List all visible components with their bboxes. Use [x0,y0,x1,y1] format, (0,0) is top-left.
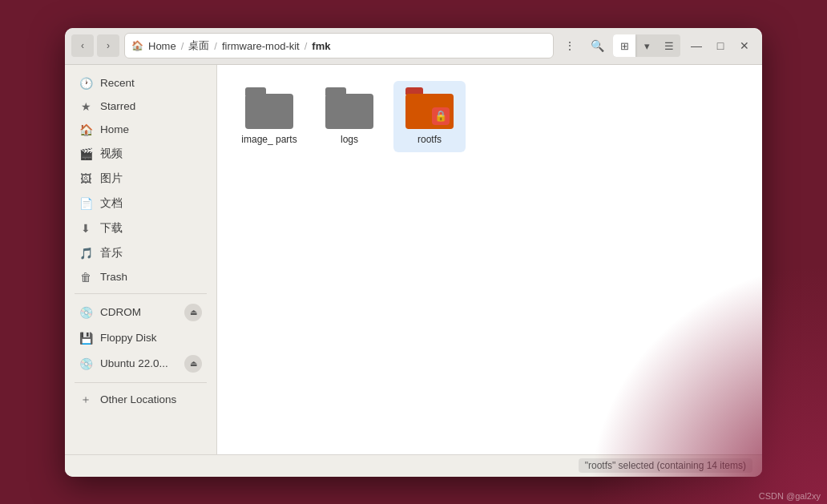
watermark: CSDN @gal2xy [759,491,821,501]
window-controls: — □ ✕ [685,34,756,57]
breadcrumb[interactable]: 🏠 Home / 桌面 / firmware-mod-kit / fmk [124,33,554,58]
sidebar-item-recent[interactable]: 🕐 Recent [70,72,212,95]
music-icon: 🎵 [79,247,92,260]
breadcrumb-part1[interactable]: 桌面 [188,38,209,53]
home-icon: 🏠 [131,40,143,51]
trash-icon: 🗑 [79,271,92,284]
sidebar-divider [75,293,207,294]
file-area: image_ parts logs 🔒 [217,65,762,454]
view-toggle: ⊞ ▾ ☰ [613,34,680,57]
sidebar-label-starred: Starred [100,100,202,112]
sidebar-label-recent: Recent [100,77,202,89]
cdrom-eject-button[interactable]: ⏏ [184,304,202,321]
more-options-button[interactable]: ⋮ [559,34,581,57]
sidebar-item-documents[interactable]: 📄 文档 [70,192,212,216]
sidebar-label-music: 音乐 [100,246,202,260]
breadcrumb-sep1: / [181,40,184,52]
search-button[interactable]: 🔍 [586,34,608,57]
file-item-rootfs[interactable]: 🔒 rootfs [393,81,466,153]
close-button[interactable]: ✕ [733,34,756,57]
statusbar: "rootfs" selected (containing 14 items) [65,454,762,477]
sidebar-label-cdrom: CDROM [100,306,176,318]
sidebar-label-videos: 视频 [100,147,202,161]
sidebar-item-home[interactable]: 🏠 Home [70,119,212,141]
other-locations-icon: ＋ [79,393,92,407]
ubuntu-eject-button[interactable]: ⏏ [184,355,202,373]
sidebar-item-videos[interactable]: 🎬 视频 [70,142,212,166]
picture-icon: 🖼 [79,172,92,185]
maximize-button[interactable]: □ [709,34,732,57]
file-item-image-parts[interactable]: image_ parts [233,81,305,153]
folder-icon-logs [325,87,373,129]
sidebar-item-ubuntu[interactable]: 💿 Ubuntu 22.0... ⏏ [70,350,212,377]
forward-button[interactable]: › [97,34,119,57]
ubuntu-icon: 💿 [79,357,92,370]
breadcrumb-part2[interactable]: firmware-mod-kit [222,40,300,52]
sidebar-divider-2 [75,382,207,383]
home-sidebar-icon: 🏠 [79,123,92,136]
recent-icon: 🕐 [79,77,92,90]
view-dropdown-button[interactable]: ▾ [635,34,658,57]
minimize-button[interactable]: — [685,34,708,57]
sidebar-item-downloads[interactable]: ⬇ 下载 [70,216,212,240]
sidebar-label-downloads: 下载 [100,221,202,236]
download-icon: ⬇ [79,222,92,235]
file-grid: image_ parts logs 🔒 [233,81,746,153]
sidebar-label-documents: 文档 [100,196,202,211]
sidebar-item-music[interactable]: 🎵 音乐 [70,241,212,265]
document-icon: 📄 [79,197,92,210]
sidebar-item-floppy[interactable]: 💾 Floppy Disk [70,327,212,349]
breadcrumb-home[interactable]: Home [148,40,176,52]
sidebar-label-other-locations: Other Locations [100,393,202,405]
folder-icon-rootfs: 🔒 [405,87,454,129]
file-name-logs: logs [341,134,358,147]
titlebar: ‹ › 🏠 Home / 桌面 / firmware-mod-kit / fmk… [65,28,762,65]
folder-icon-image-parts [245,87,293,129]
nav-controls: ‹ › [71,34,119,57]
file-name-image-parts: image_ parts [241,134,297,147]
sidebar-label-ubuntu: Ubuntu 22.0... [100,357,176,369]
floppy-icon: 💾 [79,332,92,345]
list-view-button[interactable]: ☰ [658,34,680,57]
grid-view-button[interactable]: ⊞ [613,34,635,57]
sidebar-label-pictures: 图片 [100,171,202,186]
sidebar-item-other-locations[interactable]: ＋ Other Locations [70,388,212,412]
status-text: "rootfs" selected (containing 14 items) [579,458,752,473]
back-button[interactable]: ‹ [71,34,94,57]
sidebar-label-trash: Trash [100,271,202,283]
breadcrumb-sep3: / [305,40,308,52]
breadcrumb-current: fmk [312,40,330,52]
video-icon: 🎬 [79,147,92,160]
sidebar-item-trash[interactable]: 🗑 Trash [70,266,212,288]
cdrom-icon: 💿 [79,306,92,319]
sidebar-label-floppy: Floppy Disk [100,332,202,344]
breadcrumb-sep2: / [214,40,217,52]
sidebar-label-home: Home [100,123,202,135]
sidebar-item-cdrom[interactable]: 💿 CDROM ⏏ [70,299,212,326]
star-icon: ★ [79,100,92,113]
file-item-logs[interactable]: logs [313,81,385,153]
sidebar-item-pictures[interactable]: 🖼 图片 [70,167,212,191]
file-name-rootfs: rootfs [418,134,442,147]
sidebar-item-starred[interactable]: ★ Starred [70,95,212,118]
file-manager-window: ‹ › 🏠 Home / 桌面 / firmware-mod-kit / fmk… [65,28,762,477]
sidebar: 🕐 Recent ★ Starred 🏠 Home 🎬 视频 🖼 图片 📄 [65,65,217,454]
main-content: 🕐 Recent ★ Starred 🏠 Home 🎬 视频 🖼 图片 📄 [65,65,762,454]
